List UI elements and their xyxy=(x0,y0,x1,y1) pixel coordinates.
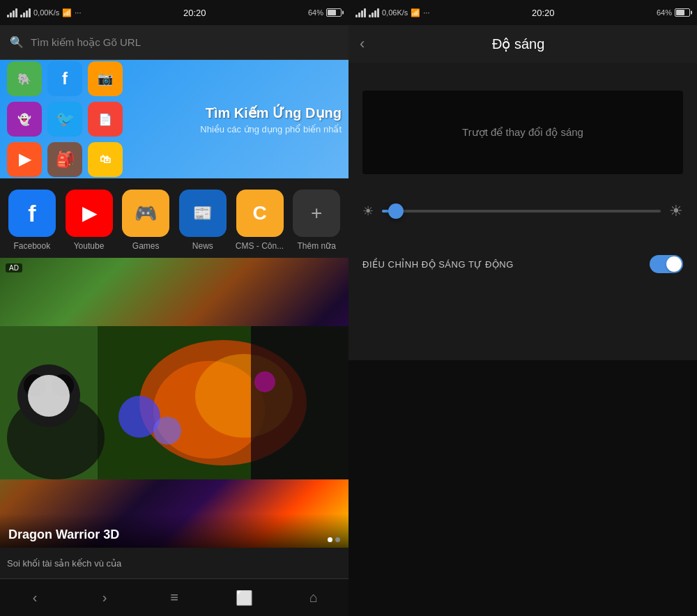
right-panel: 0,06K/s 📶 ··· 20:20 64% ‹ Độ sáng Trượt … xyxy=(348,0,697,616)
right-battery-fill xyxy=(676,10,684,15)
app-item-add[interactable]: + Thêm nữa xyxy=(291,190,342,251)
banner-icon-pdf: 📄 xyxy=(88,102,123,137)
svg-rect-10 xyxy=(251,326,348,479)
back-button[interactable]: ‹ xyxy=(360,35,365,53)
dot-2 xyxy=(335,537,340,542)
signal-bar-3 xyxy=(13,10,15,17)
left-network-speed: 0,00K/s xyxy=(33,8,59,17)
banner-subtitle: Nhiều các ứng dụng phổ biến nhất xyxy=(200,124,342,134)
app-grid: f Facebook ▶ Youtube 🎮 Games 📰 News C CM… xyxy=(0,178,348,258)
brightness-slider-thumb[interactable] xyxy=(388,203,404,219)
banner-icon-camera: 📷 xyxy=(88,61,123,96)
left-status-right: 64% xyxy=(308,8,342,17)
signal-bars xyxy=(7,8,17,17)
app-item-games[interactable]: 🎮 Games xyxy=(121,190,171,251)
right-signal-bar-6 xyxy=(372,13,374,17)
ad-section[interactable]: AD xyxy=(0,258,348,548)
left-time: 20:20 xyxy=(183,8,206,18)
left-status-bar: 0,00K/s 📶 ··· 20:20 64% xyxy=(0,0,348,25)
banner-text: Tìm Kiếm Ứng Dụng Nhiều các ứng dụng phổ… xyxy=(200,105,342,134)
left-dots: ··· xyxy=(75,8,81,17)
right-time: 20:20 xyxy=(532,8,555,18)
youtube-label: Youtube xyxy=(74,241,105,251)
left-battery-pct: 64% xyxy=(308,8,323,17)
add-icon: + xyxy=(293,190,340,237)
left-battery-fill xyxy=(328,10,336,15)
svg-point-6 xyxy=(28,375,70,417)
cms-label: CMS - Côn... xyxy=(236,241,284,251)
right-signal-bar-1 xyxy=(355,15,358,17)
banner-icon-evernote: 🐘 xyxy=(7,61,42,96)
slider-section: ☀ ☀ xyxy=(362,202,683,220)
right-network-speed: 0,06K/s xyxy=(382,8,408,17)
news-label: News xyxy=(192,241,213,251)
right-bottom-area xyxy=(348,360,697,616)
signal-bar-4 xyxy=(15,8,17,17)
games-icon: 🎮 xyxy=(122,190,169,237)
auto-brightness-label: ĐIỀU CHỈNH ĐỘ SÁNG TỰ ĐỘNG xyxy=(362,259,514,270)
facebook-icon: f xyxy=(8,190,56,237)
ad-badge: AD xyxy=(6,263,22,272)
right-signal-bars-2 xyxy=(369,8,379,17)
signal-bars-2 xyxy=(20,8,31,17)
cms-icon: C xyxy=(236,190,284,237)
toggle-knob xyxy=(666,256,682,272)
right-status-bar: 0,06K/s 📶 ··· 20:20 64% xyxy=(348,0,697,25)
nav-home-button[interactable]: ⌂ xyxy=(298,583,329,613)
right-status-right: 64% xyxy=(657,8,690,17)
bottom-strip: Soi khối tài sản kếch vù của xyxy=(0,548,348,578)
sun-icon-large: ☀ xyxy=(669,202,683,220)
right-signal-bar-5 xyxy=(369,15,371,17)
signal-bar-8 xyxy=(29,8,31,17)
dot-1 xyxy=(328,537,332,542)
news-icon: 📰 xyxy=(179,190,227,237)
left-panel: 0,00K/s 📶 ··· 20:20 64% 🔍 Tìm kiếm hoặc … xyxy=(0,0,348,616)
app-item-facebook[interactable]: f Facebook xyxy=(7,190,57,251)
nav-back-button[interactable]: ‹ xyxy=(20,583,50,613)
right-wifi-icon: 📶 xyxy=(411,8,420,17)
app-item-youtube[interactable]: ▶ Youtube xyxy=(64,190,114,251)
nav-tabs-button[interactable]: ⬜ xyxy=(229,583,259,613)
nav-bar: ‹ › ≡ ⬜ ⌂ xyxy=(0,578,348,616)
banner[interactable]: 🐘 f 📷 👻 🐦 📄 ▶ 🎒 🛍 Tìm Kiếm Ứng Dụng Nhiề… xyxy=(0,60,348,178)
right-battery-icon xyxy=(675,8,690,17)
strip-preview-text: Soi khối tài sản kếch vù của xyxy=(0,558,348,569)
youtube-icon: ▶ xyxy=(66,190,113,237)
ad-image xyxy=(0,258,348,548)
banner-icon-snap: 👻 xyxy=(7,102,42,137)
signal-bar-2 xyxy=(10,13,12,17)
right-battery-pct: 64% xyxy=(657,8,672,17)
signal-bar-7 xyxy=(26,10,28,17)
ad-svg xyxy=(0,258,348,548)
svg-point-12 xyxy=(153,417,181,445)
left-battery-icon xyxy=(326,8,342,17)
app-item-cms[interactable]: C CMS - Côn... xyxy=(235,190,285,251)
brightness-content: Trượt để thay đổi độ sáng ☀ ☀ ĐIỀU CHỈNH… xyxy=(348,63,697,360)
right-signal-bar-8 xyxy=(377,8,379,17)
right-header: ‹ Độ sáng xyxy=(348,25,697,63)
add-label: Thêm nữa xyxy=(298,241,336,251)
banner-icon-tripadvisor: 🎒 xyxy=(47,142,82,177)
left-wifi-icon: 📶 xyxy=(62,8,72,17)
app-item-news[interactable]: 📰 News xyxy=(178,190,228,251)
brightness-preview-box: Trượt để thay đổi độ sáng xyxy=(362,91,683,174)
svg-point-13 xyxy=(254,371,275,392)
banner-title: Tìm Kiếm Ứng Dụng xyxy=(200,105,342,121)
banner-icon-play: ▶ xyxy=(7,142,42,177)
right-signal-bar-4 xyxy=(364,8,366,17)
search-icon: 🔍 xyxy=(10,36,24,49)
ad-title: Dragon Warrior 3D xyxy=(8,528,119,541)
search-placeholder-text: Tìm kiếm hoặc Gõ URL xyxy=(31,36,141,49)
banner-icon-store: 🛍 xyxy=(88,142,123,177)
left-status-left: 0,00K/s 📶 ··· xyxy=(7,8,81,17)
slider-row: ☀ ☀ xyxy=(362,202,683,220)
right-signal-bars xyxy=(355,8,366,17)
nav-forward-button[interactable]: › xyxy=(89,583,120,613)
brightness-slider-track[interactable] xyxy=(382,210,661,213)
brightness-title: Độ sáng xyxy=(378,36,658,52)
banner-icons: 🐘 f 📷 👻 🐦 📄 ▶ 🎒 🛍 xyxy=(7,61,160,177)
nav-menu-button[interactable]: ≡ xyxy=(159,583,190,613)
auto-brightness-toggle[interactable] xyxy=(650,255,683,273)
facebook-label: Facebook xyxy=(13,241,50,251)
search-bar[interactable]: 🔍 Tìm kiếm hoặc Gõ URL xyxy=(0,25,348,60)
